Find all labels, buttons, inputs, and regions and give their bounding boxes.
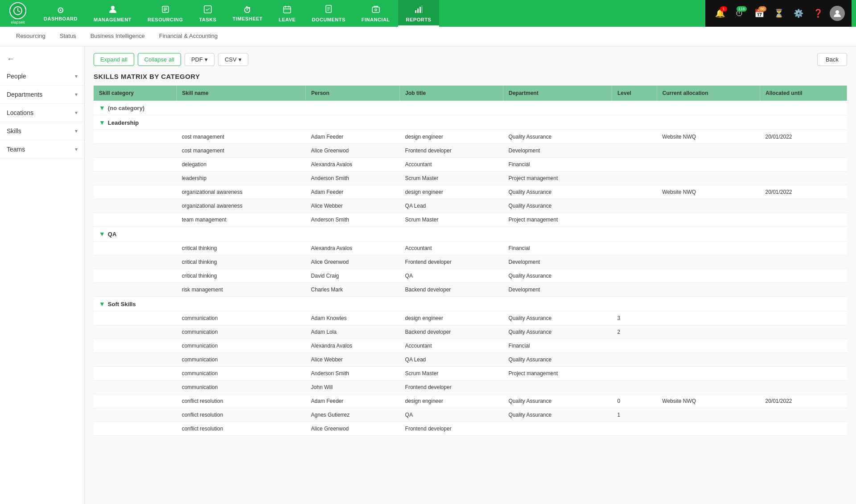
table-row: critical thinking Alexandra Avalos Accou…: [94, 242, 847, 255]
category-collapse-icon[interactable]: ▼: [99, 300, 105, 307]
nav-financial[interactable]: FINANCIAL: [354, 0, 398, 27]
cell-department: Quality Assurance: [503, 325, 612, 339]
subnav-financial-accounting[interactable]: Financial & Accounting: [152, 27, 225, 46]
cell-skill-name: critical thinking: [177, 255, 306, 269]
back-button[interactable]: Back: [817, 53, 847, 66]
cell-department: Quality Assurance: [503, 185, 612, 199]
cell-current-allocation: [657, 283, 760, 297]
sidebar-back-button[interactable]: ←: [0, 51, 84, 67]
cell-person: Adam Knowles: [306, 311, 400, 325]
pdf-chevron-icon: ▾: [205, 56, 208, 63]
cell-level: [612, 339, 657, 353]
cell-level: 3: [612, 311, 657, 325]
pdf-button[interactable]: PDF ▾: [185, 53, 214, 66]
nav-documents-label: DOCUMENTS: [312, 17, 345, 22]
sub-navigation: Resourcing Status Business Intelligence …: [0, 27, 856, 46]
cell-department: Financial: [503, 158, 612, 172]
nav-resourcing-label: RESOURCING: [148, 17, 183, 22]
app-logo[interactable]: elapseit: [4, 2, 31, 25]
calendar-button[interactable]: 📅 86: [751, 5, 767, 21]
nav-timesheet-label: TIMESHEET: [233, 16, 263, 21]
cell-current-allocation: [657, 255, 760, 269]
nav-reports[interactable]: REPORTS: [398, 0, 440, 27]
subnav-status[interactable]: Status: [53, 27, 83, 46]
nav-leave[interactable]: LEAVE: [271, 0, 304, 27]
subnav-resourcing[interactable]: Resourcing: [9, 27, 53, 46]
notifications-button[interactable]: 🔔 1: [712, 5, 728, 21]
chevron-down-icon: ▾: [75, 110, 78, 116]
col-department: Department: [503, 86, 612, 101]
svg-rect-19: [420, 7, 421, 13]
collapse-all-button[interactable]: Collapse all: [138, 53, 181, 66]
nav-resourcing[interactable]: RESOURCING: [140, 0, 191, 27]
subnav-business-intelligence[interactable]: Business Intelligence: [83, 27, 152, 46]
sidebar-item-teams[interactable]: Teams ▾: [0, 140, 84, 159]
category-collapse-icon[interactable]: ▼: [99, 104, 105, 111]
sidebar-item-people[interactable]: People ▾: [0, 67, 84, 86]
category-row: ▼ (no category): [94, 101, 847, 115]
nav-timesheet[interactable]: ⏱ TIMESHEET: [225, 0, 271, 27]
cell-level: [612, 158, 657, 172]
cell-job-title: design engineer: [400, 130, 503, 144]
cell-job-title: Scrum Master: [400, 367, 503, 381]
svg-rect-20: [422, 5, 422, 13]
cell-allocated-until: [760, 408, 847, 422]
table-row: delegation Alexandra Avalos Accountant F…: [94, 158, 847, 172]
sidebar-item-skills[interactable]: Skills ▾: [0, 122, 84, 140]
cell-department: Project management: [503, 172, 612, 185]
help-button[interactable]: ❓: [810, 5, 826, 21]
cell-skill-category: [94, 367, 177, 381]
cell-department: Quality Assurance: [503, 130, 612, 144]
chevron-down-icon: ▾: [75, 146, 78, 152]
table-row: conflict resolution Agnes Gutierrez QA Q…: [94, 408, 847, 422]
csv-button[interactable]: CSV ▾: [218, 53, 248, 66]
cell-level: 1: [612, 408, 657, 422]
settings-button[interactable]: ⚙️: [790, 5, 807, 21]
category-collapse-icon[interactable]: ▼: [99, 230, 105, 238]
cell-skill-category: [94, 283, 177, 297]
cell-level: [612, 381, 657, 394]
table-row: cost management Alice Greenwod Frontend …: [94, 144, 847, 158]
sidebar-item-locations[interactable]: Locations ▾: [0, 104, 84, 122]
page-title: SKILLS MATRIX BY CATEGORY: [94, 73, 847, 80]
cell-allocated-until: [760, 213, 847, 227]
cell-skill-category: [94, 408, 177, 422]
table-row: risk management Charles Mark Backend dev…: [94, 283, 847, 297]
cell-job-title: Frontend developer: [400, 144, 503, 158]
cell-skill-category: [94, 381, 177, 394]
sidebar-item-departments[interactable]: Departments ▾: [0, 86, 84, 104]
notification-badge: 1: [720, 6, 727, 12]
col-skill-category: Skill category: [94, 86, 177, 101]
nav-dashboard[interactable]: ⊙ DASHBOARD: [36, 0, 86, 27]
category-name: Leadership: [108, 119, 139, 126]
cell-current-allocation: [657, 269, 760, 283]
table-row: communication Anderson Smith Scrum Maste…: [94, 367, 847, 381]
category-name: Soft Skills: [108, 301, 136, 307]
cell-skill-name: communication: [177, 381, 306, 394]
table-row: critical thinking David Craig QA Quality…: [94, 269, 847, 283]
cell-level: [612, 185, 657, 199]
cell-skill-name: communication: [177, 353, 306, 367]
nav-documents[interactable]: DOCUMENTS: [304, 0, 353, 27]
table-row: communication Alexandra Avalos Accountan…: [94, 339, 847, 353]
cell-person: Alice Greenwod: [306, 144, 400, 158]
nav-tasks[interactable]: TASKS: [191, 0, 225, 27]
table-header-row: Skill category Skill name Person Job tit…: [94, 86, 847, 101]
cell-level: [612, 283, 657, 297]
cell-person: Alexandra Avalos: [306, 158, 400, 172]
user-avatar[interactable]: [830, 6, 845, 21]
timer-button[interactable]: ⏱ 116: [732, 5, 748, 21]
cell-level: [612, 213, 657, 227]
tasks-icon: [203, 5, 212, 16]
cell-person: Anderson Smith: [306, 367, 400, 381]
table-row: organizational awareness Adam Feeder des…: [94, 185, 847, 199]
category-collapse-icon[interactable]: ▼: [99, 119, 105, 126]
cell-current-allocation: [657, 213, 760, 227]
cell-person: Anderson Smith: [306, 172, 400, 185]
nav-management[interactable]: MANAGEMENT: [86, 0, 140, 27]
chevron-down-icon: ▾: [75, 128, 78, 134]
expand-all-button[interactable]: Expand all: [94, 53, 134, 66]
hourglass-button[interactable]: ⏳: [771, 5, 787, 21]
cell-level: [612, 172, 657, 185]
skills-table: Skill category Skill name Person Job tit…: [94, 86, 847, 436]
